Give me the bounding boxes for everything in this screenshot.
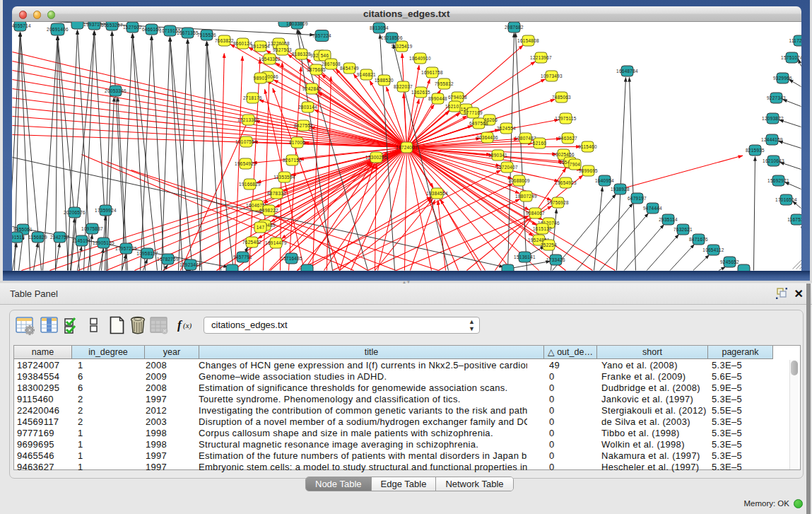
svg-text:1527602: 1527602 bbox=[123, 24, 142, 29]
svg-text:8878332: 8878332 bbox=[267, 190, 286, 195]
svg-text:6479197: 6479197 bbox=[628, 195, 647, 200]
svg-text:15720407: 15720407 bbox=[496, 164, 518, 169]
svg-text:62160: 62160 bbox=[532, 140, 546, 145]
svg-text:11325419: 11325419 bbox=[391, 43, 413, 48]
svg-text:9463627: 9463627 bbox=[558, 135, 577, 140]
svg-text:20206576: 20206576 bbox=[64, 209, 86, 214]
svg-text:9084067: 9084067 bbox=[526, 210, 545, 215]
svg-text:12213967: 12213967 bbox=[530, 54, 552, 59]
svg-text:10025456: 10025456 bbox=[553, 151, 575, 156]
svg-text:3624554: 3624554 bbox=[497, 125, 516, 130]
svg-text:8454749: 8454749 bbox=[340, 65, 359, 70]
svg-text:18640910: 18640910 bbox=[409, 55, 431, 60]
svg-text:8427552: 8427552 bbox=[294, 122, 313, 127]
svg-text:10973493: 10973493 bbox=[541, 73, 563, 78]
svg-text:8471676: 8471676 bbox=[689, 236, 708, 241]
svg-text:2867608: 2867608 bbox=[322, 61, 341, 66]
svg-text:1167533: 1167533 bbox=[787, 216, 801, 221]
svg-text:16648784: 16648784 bbox=[616, 68, 638, 73]
svg-text:7955812: 7955812 bbox=[435, 81, 454, 86]
svg-text:147: 147 bbox=[256, 224, 264, 229]
svg-text:10958117: 10958117 bbox=[136, 250, 158, 255]
svg-text:(x): (x) bbox=[183, 321, 192, 330]
svg-text:9329966: 9329966 bbox=[773, 75, 792, 80]
svg-text:9245652: 9245652 bbox=[720, 259, 739, 264]
svg-text:19654923: 19654923 bbox=[235, 160, 257, 165]
svg-text:6794028: 6794028 bbox=[448, 94, 467, 99]
svg-text:1733426: 1733426 bbox=[546, 257, 565, 262]
svg-text:8660124: 8660124 bbox=[233, 40, 252, 45]
svg-text:16671355: 16671355 bbox=[177, 30, 199, 35]
svg-text:1640954: 1640954 bbox=[595, 177, 614, 182]
svg-text:7904: 7904 bbox=[569, 161, 580, 166]
svg-text:15716485: 15716485 bbox=[281, 255, 302, 260]
svg-text:1890341: 1890341 bbox=[488, 152, 507, 157]
svg-text:98901: 98901 bbox=[253, 75, 266, 80]
svg-text:1145194: 1145194 bbox=[72, 238, 91, 243]
svg-text:15136141: 15136141 bbox=[514, 254, 536, 259]
svg-text:19218506: 19218506 bbox=[381, 35, 403, 40]
svg-text:7663822: 7663822 bbox=[215, 37, 234, 42]
svg-text:10975887: 10975887 bbox=[81, 226, 103, 230]
svg-text:8186328: 8186328 bbox=[292, 51, 311, 56]
svg-text:16543362: 16543362 bbox=[259, 56, 281, 61]
svg-text:546: 546 bbox=[320, 52, 329, 57]
svg-text:9227343: 9227343 bbox=[767, 95, 786, 100]
svg-text:18807249: 18807249 bbox=[515, 193, 537, 198]
svg-text:19756928: 19756928 bbox=[547, 199, 569, 204]
svg-text:11353594: 11353594 bbox=[273, 174, 295, 179]
svg-text:1362615: 1362615 bbox=[411, 89, 430, 94]
svg-text:16210643: 16210643 bbox=[763, 158, 784, 163]
svg-text:20364436: 20364436 bbox=[476, 134, 498, 139]
svg-text:2803144: 2803144 bbox=[298, 104, 317, 109]
svg-text:2935114: 2935114 bbox=[659, 216, 678, 221]
svg-text:3875685: 3875685 bbox=[307, 66, 326, 71]
svg-text:9474444: 9474444 bbox=[643, 205, 662, 210]
svg-text:19654923: 19654923 bbox=[555, 180, 577, 185]
svg-text:8813054: 8813054 bbox=[370, 25, 389, 30]
svg-text:11172939: 11172939 bbox=[789, 37, 801, 42]
svg-text:16961758: 16961758 bbox=[421, 69, 443, 74]
svg-text:9146821: 9146821 bbox=[357, 71, 376, 76]
svg-text:16154808: 16154808 bbox=[517, 37, 539, 42]
svg-text:12905135: 12905135 bbox=[93, 240, 114, 245]
svg-text:6498222: 6498222 bbox=[259, 207, 278, 212]
svg-text:17957225: 17957225 bbox=[115, 245, 137, 250]
svg-text:9777169: 9777169 bbox=[464, 110, 483, 115]
svg-text:20691406: 20691406 bbox=[47, 26, 69, 31]
svg-text:8912954: 8912954 bbox=[251, 43, 270, 48]
svg-text:12093872: 12093872 bbox=[762, 115, 784, 120]
svg-text:1938928: 1938928 bbox=[611, 186, 630, 191]
svg-text:17359924: 17359924 bbox=[95, 207, 117, 212]
svg-text:7515526: 7515526 bbox=[197, 32, 216, 37]
svg-text:20053346: 20053346 bbox=[105, 88, 126, 93]
svg-text:391513: 391513 bbox=[12, 234, 25, 239]
svg-text:9457791: 9457791 bbox=[233, 254, 252, 259]
svg-text:9327503: 9327503 bbox=[273, 47, 292, 52]
svg-text:15692971: 15692971 bbox=[767, 177, 789, 182]
svg-text:7357224: 7357224 bbox=[312, 33, 331, 37]
svg-text:12923448: 12923448 bbox=[180, 262, 201, 267]
svg-text:19384554: 19384554 bbox=[426, 190, 448, 195]
svg-text:1156829: 1156829 bbox=[28, 234, 47, 239]
svg-text:10688609: 10688609 bbox=[508, 177, 530, 182]
svg-text:16033809: 16033809 bbox=[286, 22, 308, 26]
svg-text:8322037: 8322037 bbox=[394, 83, 413, 88]
svg-text:1615132: 1615132 bbox=[533, 226, 552, 230]
svg-text:10807487: 10807487 bbox=[514, 135, 536, 140]
svg-text:7625402: 7625402 bbox=[242, 239, 261, 244]
svg-text:10654112: 10654112 bbox=[702, 247, 724, 252]
svg-text:817006: 817006 bbox=[288, 139, 305, 144]
svg-text:8215935: 8215935 bbox=[746, 147, 765, 152]
svg-text:9455061: 9455061 bbox=[13, 226, 33, 231]
svg-text:10653267: 10653267 bbox=[101, 22, 123, 27]
svg-text:12213382: 12213382 bbox=[237, 117, 259, 122]
svg-text:18724007: 18724007 bbox=[396, 144, 418, 149]
svg-text:1588520: 1588520 bbox=[375, 77, 394, 82]
svg-text:14055714: 14055714 bbox=[12, 23, 31, 28]
svg-text:6466160: 6466160 bbox=[142, 26, 161, 31]
svg-text:12975115: 12975115 bbox=[555, 115, 577, 120]
svg-text:15751074: 15751074 bbox=[781, 54, 801, 59]
svg-text:7632621: 7632621 bbox=[673, 226, 693, 231]
svg-text:8990448: 8990448 bbox=[428, 95, 447, 100]
